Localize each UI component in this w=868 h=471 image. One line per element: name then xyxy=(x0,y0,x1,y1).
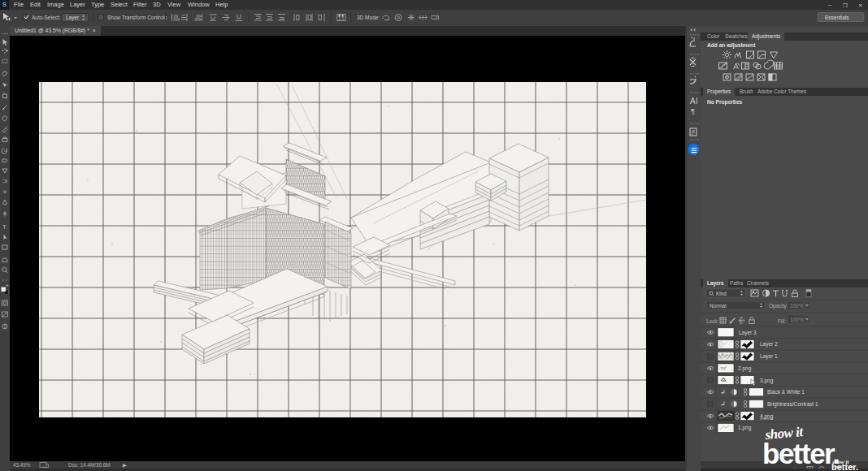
svg-text:Normal: Normal xyxy=(710,303,727,309)
svg-text:Layer 3: Layer 3 xyxy=(739,330,757,336)
svg-text:Black & White 1: Black & White 1 xyxy=(767,389,805,395)
svg-text:2.png: 2.png xyxy=(738,365,752,372)
svg-text:A: A xyxy=(690,97,696,106)
svg-text:better.: better. xyxy=(831,462,858,471)
svg-text:1.png: 1.png xyxy=(738,425,752,431)
svg-text:Layer: Layer xyxy=(66,15,80,21)
svg-text:☰: ☰ xyxy=(691,147,697,154)
svg-text:Show Transform Controls: Show Transform Controls xyxy=(107,15,167,20)
svg-text:Essentials: Essentials xyxy=(825,15,849,20)
svg-text:T: T xyxy=(2,223,7,231)
svg-text:3.png: 3.png xyxy=(760,378,774,384)
svg-text:Layer 1: Layer 1 xyxy=(760,353,778,360)
svg-text:¶: ¶ xyxy=(691,107,695,115)
svg-text:100%: 100% xyxy=(790,317,804,322)
svg-text:3D Mode:: 3D Mode: xyxy=(357,15,380,20)
svg-text:100%: 100% xyxy=(790,303,804,309)
svg-text:Auto-Select:: Auto-Select: xyxy=(32,15,61,20)
svg-text:Fill:: Fill: xyxy=(778,318,786,324)
svg-text:Layer 2: Layer 2 xyxy=(760,341,778,348)
svg-text:Lock:: Lock: xyxy=(706,318,718,324)
svg-text:Brightness/Contrast 1: Brightness/Contrast 1 xyxy=(767,401,818,408)
svg-text:4.png: 4.png xyxy=(760,413,774,420)
svg-text:Opacity:: Opacity: xyxy=(769,303,788,309)
svg-text:Kind: Kind xyxy=(716,291,727,296)
